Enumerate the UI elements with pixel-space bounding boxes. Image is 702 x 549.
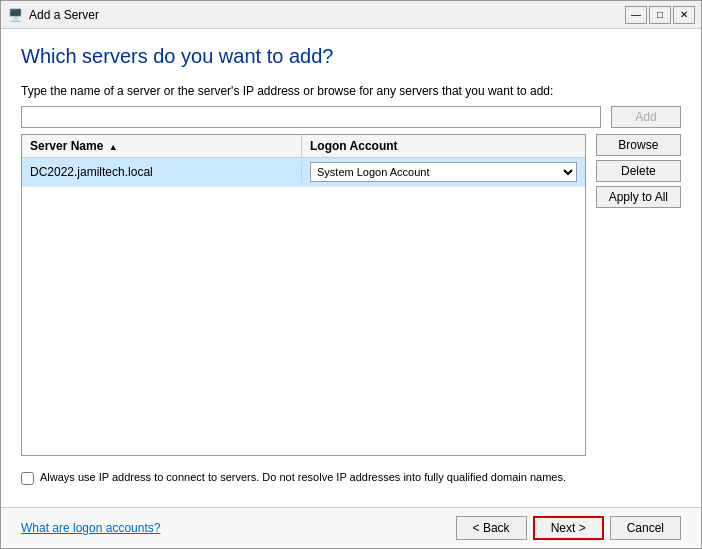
- page-title: Which servers do you want to add?: [21, 45, 681, 68]
- restore-button[interactable]: □: [649, 6, 671, 24]
- help-link[interactable]: What are logon accounts?: [21, 521, 456, 535]
- window: 🖥️ Add a Server — □ ✕ Which servers do y…: [0, 0, 702, 549]
- minimize-button[interactable]: —: [625, 6, 647, 24]
- footer-area: Always use IP address to connect to serv…: [21, 470, 681, 497]
- table-header: Server Name ▲ Logon Account: [22, 135, 585, 158]
- browse-button[interactable]: Browse: [596, 134, 681, 156]
- bottom-bar: What are logon accounts? < Back Next > C…: [1, 507, 701, 548]
- column-server-name: Server Name ▲: [22, 135, 302, 157]
- window-controls: — □ ✕: [625, 6, 695, 24]
- server-input[interactable]: [21, 106, 601, 128]
- input-row: Add: [21, 106, 681, 128]
- next-button[interactable]: Next >: [533, 516, 604, 540]
- window-title: Add a Server: [29, 8, 625, 22]
- main-area: Server Name ▲ Logon Account DC2022.jamil…: [21, 134, 681, 456]
- apply-to-all-button[interactable]: Apply to All: [596, 186, 681, 208]
- logon-account-select[interactable]: System Logon Account Other Account: [310, 162, 577, 182]
- table-body: DC2022.jamiltech.local System Logon Acco…: [22, 158, 585, 455]
- add-button[interactable]: Add: [611, 106, 681, 128]
- main-content: Which servers do you want to add? Type t…: [1, 29, 701, 507]
- close-button[interactable]: ✕: [673, 6, 695, 24]
- title-bar: 🖥️ Add a Server — □ ✕: [1, 1, 701, 29]
- ip-address-checkbox[interactable]: [21, 472, 34, 485]
- back-button[interactable]: < Back: [456, 516, 527, 540]
- delete-button[interactable]: Delete: [596, 160, 681, 182]
- checkbox-row: Always use IP address to connect to serv…: [21, 470, 681, 485]
- window-icon: 🖥️: [7, 7, 23, 23]
- sort-arrow-icon: ▲: [109, 142, 118, 152]
- instruction-text: Type the name of a server or the server'…: [21, 84, 681, 98]
- table-action-buttons: Browse Delete Apply to All: [596, 134, 681, 456]
- column-logon-account: Logon Account: [302, 135, 585, 157]
- table-row[interactable]: DC2022.jamiltech.local System Logon Acco…: [22, 158, 585, 187]
- cell-logon-account: System Logon Account Other Account: [302, 158, 585, 186]
- right-buttons: Add: [611, 106, 681, 128]
- checkbox-label: Always use IP address to connect to serv…: [40, 470, 566, 485]
- server-table: Server Name ▲ Logon Account DC2022.jamil…: [21, 134, 586, 456]
- cancel-button[interactable]: Cancel: [610, 516, 681, 540]
- nav-buttons: < Back Next > Cancel: [456, 516, 681, 540]
- cell-server-name: DC2022.jamiltech.local: [22, 161, 302, 183]
